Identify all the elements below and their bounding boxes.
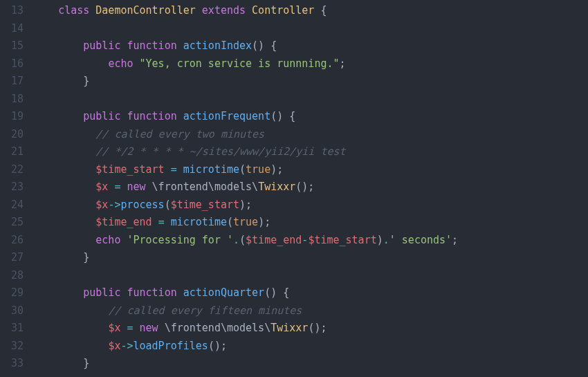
token-op: = [158,216,165,228]
code-line[interactable] [33,267,588,285]
token-ns: \frontend\models\ [165,322,271,334]
token-var: $time_start [308,234,376,246]
line-number: 18 [0,91,24,109]
token-var: $x [95,181,108,193]
token-string: ' seconds' [389,234,452,246]
line-number: 24 [0,196,24,214]
token-punct: } [83,251,89,264]
code-area[interactable]: class DaemonController extends Controlle… [33,2,588,377]
token-punct: ; [340,57,346,70]
token-var: $time_start [95,163,164,176]
token-var: $x [95,199,108,211]
token-type: Twixxr [270,322,308,334]
token-keyword: public [83,110,127,122]
token-punct: ) [377,234,383,246]
line-number: 26 [0,232,24,250]
code-line[interactable]: } [33,355,588,373]
token-type: Controller [252,4,320,17]
code-line[interactable]: // */2 * * * * ~/sites/www/yii2/yii test [33,143,588,161]
code-line[interactable]: echo 'Processing for '.($time_end-$time_… [33,232,588,250]
token-keyword: class [58,4,95,17]
token-punct: ); [258,216,270,228]
token-punct: ( [239,163,246,176]
code-line[interactable]: // called every fifteen minutes [33,302,588,320]
line-number: 25 [0,214,24,232]
line-number: 33 [0,355,24,373]
line-number: 21 [0,143,24,161]
token-punct [177,163,183,176]
line-number: 29 [0,284,24,302]
code-line[interactable]: // called every two minutes [33,126,588,144]
line-number: 20 [0,126,24,144]
token-punct: } [83,357,89,369]
code-line[interactable]: public function actionFrequent() { [33,108,588,126]
token-var: $time_end [95,216,151,228]
code-line[interactable]: } [33,249,588,267]
line-number: 17 [0,73,24,91]
code-line[interactable]: class DaemonController extends Controlle… [33,2,588,20]
token-var: $x [108,322,120,334]
code-line[interactable]: } [33,73,588,91]
token-keyword: new [140,322,165,334]
line-number: 31 [0,320,24,338]
token-punct: (); [295,181,314,193]
line-number: 15 [0,37,24,55]
token-keyword: extends [202,4,252,17]
token-keyword: new [127,181,151,193]
line-number: 16 [0,55,24,73]
code-line[interactable]: $time_end = microtime(true); [33,214,588,232]
token-op: = [127,322,133,334]
token-punct: (); [208,340,227,352]
token-punct [83,199,95,211]
token-op: -> [120,340,133,352]
token-punct [83,181,95,193]
token-punct: () { [252,39,277,52]
line-number: 14 [0,20,24,38]
code-line[interactable]: $x = new \frontend\models\Twixxr(); [33,178,588,196]
token-func: process [120,199,164,211]
token-punct: ); [239,199,252,211]
token-punct: { [320,4,327,17]
token-keyword: function [127,110,183,122]
token-type: DaemonController [95,4,202,17]
line-number: 22 [0,161,24,179]
token-keyword: public [83,39,127,52]
token-punct: ); [270,163,283,176]
code-editor[interactable]: 1314151617181920212223242526272829303132… [0,0,588,377]
token-punct: () { [264,286,289,299]
token-ns: \frontend\models\ [152,181,259,193]
token-op: -> [108,199,120,211]
code-line[interactable]: public function actionIndex() { [33,37,588,55]
token-punct [83,234,95,246]
code-line[interactable]: echo "Yes, cron service is runnning."; [33,55,588,73]
token-comment: // */2 * * * * ~/sites/www/yii2/yii test [83,145,345,158]
line-number: 27 [0,249,24,267]
token-func: loadProfiles [134,340,208,352]
line-number: 19 [0,108,24,126]
code-line[interactable] [33,91,588,109]
token-keyword: public [83,286,127,299]
code-line[interactable]: $x = new \frontend\models\Twixxr(); [33,320,588,338]
code-line[interactable]: $x->process($time_start); [33,196,588,214]
token-string: 'Processing for ' [127,234,233,246]
token-punct [165,163,171,176]
token-keyword: echo [108,57,139,70]
token-const: true [246,163,270,176]
code-line[interactable]: public function actionQuarter() { [33,284,588,302]
token-op: = [171,163,177,176]
code-line[interactable]: $x->loadProfiles(); [33,338,588,356]
token-var: $x [108,340,120,352]
token-punct: (); [308,322,327,334]
token-punct: ( [165,199,171,211]
token-keyword: function [127,286,183,299]
token-var: $time_end [246,234,302,246]
token-func: microtime [171,216,227,228]
code-line[interactable] [33,20,588,38]
code-line[interactable]: $time_start = microtime(true); [33,161,588,179]
line-number: 13 [0,2,24,20]
token-punct: () { [270,110,295,122]
line-number: 23 [0,178,24,196]
token-punct: } [83,75,89,87]
token-func: actionIndex [183,39,252,52]
token-punct [83,216,95,228]
